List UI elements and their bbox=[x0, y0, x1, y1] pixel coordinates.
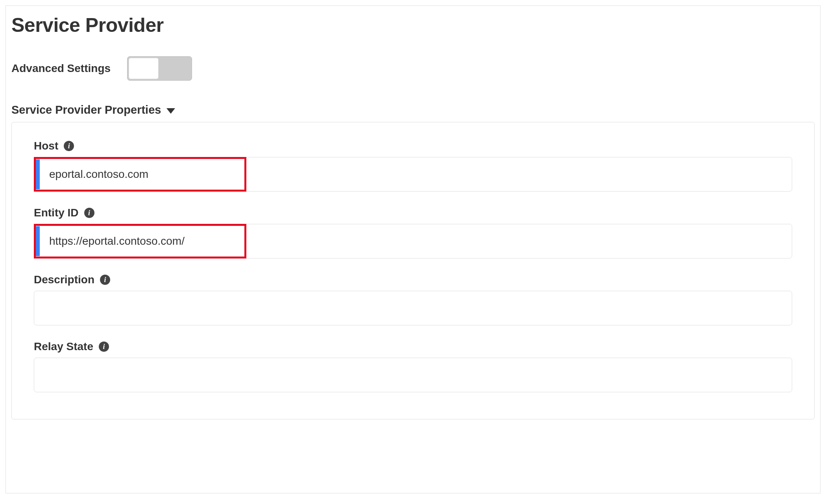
input-accent bbox=[35, 226, 40, 256]
page-title: Service Provider bbox=[11, 14, 815, 37]
toggle-handle bbox=[129, 58, 159, 79]
info-icon[interactable]: i bbox=[100, 275, 110, 285]
advanced-settings-label: Advanced Settings bbox=[11, 62, 111, 75]
properties-panel: Host i Entity ID i Description bbox=[11, 122, 815, 419]
relay-state-label-row: Relay State i bbox=[34, 340, 792, 353]
entity-id-input[interactable] bbox=[34, 224, 792, 258]
host-field-group: Host i bbox=[34, 140, 792, 192]
description-input[interactable] bbox=[34, 291, 792, 325]
info-icon[interactable]: i bbox=[99, 342, 109, 352]
info-icon[interactable]: i bbox=[84, 208, 94, 218]
entity-id-field-group: Entity ID i bbox=[34, 207, 792, 258]
entity-id-input-wrap bbox=[34, 224, 792, 258]
host-label-row: Host i bbox=[34, 140, 792, 152]
relay-state-label: Relay State bbox=[34, 340, 93, 353]
info-icon[interactable]: i bbox=[64, 141, 74, 151]
advanced-settings-row: Advanced Settings bbox=[11, 56, 815, 81]
host-label: Host bbox=[34, 140, 58, 152]
entity-id-label-row: Entity ID i bbox=[34, 207, 792, 219]
relay-state-input-wrap bbox=[34, 358, 792, 392]
properties-section-title: Service Provider Properties bbox=[11, 103, 161, 116]
description-label: Description bbox=[34, 273, 94, 286]
advanced-settings-toggle[interactable] bbox=[127, 56, 192, 81]
host-input-wrap bbox=[34, 157, 792, 192]
properties-section-header[interactable]: Service Provider Properties bbox=[11, 103, 815, 116]
entity-id-label: Entity ID bbox=[34, 207, 79, 219]
chevron-down-icon bbox=[166, 108, 175, 114]
host-input[interactable] bbox=[34, 157, 792, 192]
description-label-row: Description i bbox=[34, 273, 792, 286]
relay-state-input[interactable] bbox=[34, 358, 792, 392]
description-input-wrap bbox=[34, 291, 792, 325]
page-container: Service Provider Advanced Settings Servi… bbox=[6, 6, 820, 493]
relay-state-field-group: Relay State i bbox=[34, 340, 792, 392]
input-accent bbox=[35, 159, 40, 189]
description-field-group: Description i bbox=[34, 273, 792, 325]
